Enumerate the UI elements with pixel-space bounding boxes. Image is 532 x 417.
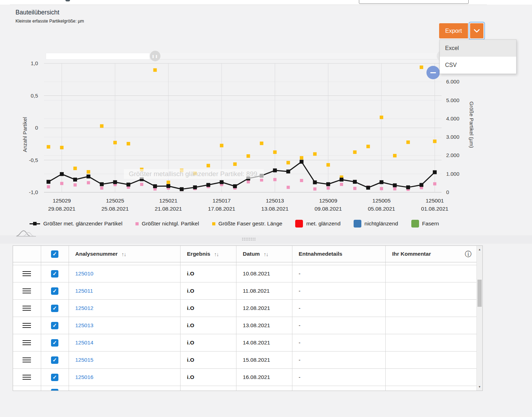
table-row: 125016i.O16.08.2021- (13, 369, 476, 386)
select-all-checkbox[interactable] (51, 250, 58, 258)
top-divider (10, 5, 487, 5)
row-menu-icon[interactable] (23, 340, 31, 346)
legend-item-nichtgl-partikel[interactable]: Größter nichtgl. Partikel (135, 220, 199, 227)
splitter-grip-icon (242, 238, 255, 241)
details-value: - (299, 340, 300, 346)
row-checkbox[interactable] (51, 389, 58, 391)
menu-item-excel[interactable]: Excel (440, 40, 516, 57)
page-title: Bauteilübersicht (15, 9, 59, 16)
tab-indicator-fragment (65, 0, 70, 1)
row-checkbox[interactable] (51, 356, 58, 364)
row-checkbox[interactable] (51, 339, 58, 347)
export-dropdown: Excel CSV (439, 39, 517, 74)
svg-text:-1,0: -1,0 (29, 189, 38, 195)
menu-item-csv[interactable]: CSV (440, 57, 516, 74)
header-ergebnis[interactable]: Ergebnis ↑↓ (180, 246, 236, 262)
export-menu-button[interactable] (470, 23, 483, 38)
toolbar-input-fragment[interactable] (359, 0, 469, 4)
details-value: - (299, 270, 300, 277)
analysis-number-link[interactable]: 125013 (75, 322, 94, 329)
legend-item-met-glaenzender-partikel[interactable]: Größter met. glänzender Partikel (30, 220, 122, 227)
select-all-cell (41, 246, 69, 262)
svg-text:5.000: 5.000 (446, 97, 460, 103)
zoom-out-button[interactable] (426, 66, 440, 79)
partial-row-bottom (13, 386, 476, 391)
row-menu-icon[interactable] (23, 323, 31, 328)
row-checkbox[interactable] (51, 374, 58, 381)
row-menu-icon[interactable] (23, 306, 31, 311)
range-slider-handle-left[interactable] (150, 51, 160, 61)
analysis-number-link[interactable]: 125015 (75, 357, 94, 363)
row-menu-icon[interactable] (23, 357, 31, 363)
svg-text:12500101.08.2021: 12500101.08.2021 (421, 198, 449, 212)
row-menu-icon[interactable] (23, 375, 31, 380)
header-analysenummer[interactable]: Analysenummer ↑↓ (69, 246, 181, 262)
analysis-number-link[interactable]: 125014 (75, 340, 94, 346)
partial-row-top (13, 262, 476, 265)
result-value: i.O (187, 322, 194, 329)
svg-text:12501313.08.2021: 12501313.08.2021 (261, 198, 289, 212)
chevron-down-icon (474, 29, 480, 32)
sort-icon[interactable]: ↑↓ (214, 251, 219, 257)
svg-text:0: 0 (446, 189, 449, 195)
chart-table-splitter[interactable] (0, 235, 532, 244)
table-row: 125011i.O11.08.2021- (13, 282, 476, 300)
row-checkbox[interactable] (51, 322, 58, 329)
analysis-number-link[interactable]: 125016 (75, 374, 94, 380)
scrollbar-up-button[interactable]: ▲ (477, 247, 482, 253)
chart-range-slider[interactable] (46, 53, 442, 60)
svg-text:2.000: 2.000 (446, 152, 460, 158)
chart: 6.0005.0004.0003.0002.0001.00001,00,50-0… (0, 56, 493, 215)
legend-item-nichtglaenzend[interactable]: nichtglänzend (354, 220, 398, 228)
legend-item-fasern[interactable]: Fasern (411, 220, 439, 228)
analysis-number-link[interactable]: 125010 (75, 270, 94, 277)
svg-text:12500909.08.2021: 12500909.08.2021 (315, 198, 342, 212)
table-header-row: Analysenummer ↑↓ Ergebnis ↑↓ Datum ↑↓ En… (13, 246, 476, 262)
row-checkbox[interactable] (51, 287, 58, 295)
histogram-icon[interactable] (15, 229, 37, 237)
analysis-number-link[interactable]: 125011 (75, 288, 93, 294)
scrollbar-thumb[interactable] (477, 280, 482, 307)
details-value: - (299, 374, 300, 380)
chart-range-selected (46, 53, 150, 60)
row-checkbox[interactable] (51, 305, 58, 312)
legend-item-faser-laenge[interactable]: Größte Faser gestr. Länge (212, 220, 283, 227)
drag-handle-icon (152, 54, 158, 58)
header-datum[interactable]: Datum ↑↓ (236, 246, 292, 262)
date-value: 16.08.2021 (243, 374, 270, 380)
svg-text:12502525.08.2021: 12502525.08.2021 (101, 198, 129, 212)
minus-icon (430, 72, 436, 73)
table-row: 125015i.O15.08.2021- (13, 351, 476, 369)
date-value: 12.08.2021 (243, 305, 270, 311)
date-value: 11.08.2021 (243, 288, 270, 294)
svg-text:1.000: 1.000 (446, 171, 460, 177)
sort-icon[interactable]: ↑↓ (121, 251, 126, 257)
details-value: - (299, 305, 300, 311)
header-ihr-kommentar: Ihr Kommentar ⓘ (386, 246, 476, 262)
analysis-number-link[interactable]: 125012 (75, 305, 94, 311)
legend-item-met-glaenzend[interactable]: met. glänzend (295, 220, 340, 228)
details-value: - (299, 322, 300, 329)
svg-text:-0,5: -0,5 (29, 157, 38, 163)
result-value: i.O (187, 340, 194, 346)
row-menu-header-cell (13, 246, 41, 262)
result-value: i.O (187, 305, 194, 311)
page-subtitle: Kleinste erfasste Partikelgröße: µm (15, 19, 84, 24)
line-marker-icon (30, 222, 40, 226)
scrollbar-down-button[interactable]: ▼ (477, 384, 482, 390)
details-value: - (299, 357, 300, 363)
table-scrollbar-track[interactable]: ▲ ▼ (476, 246, 482, 391)
svg-text:12502121.08.2021: 12502121.08.2021 (155, 198, 182, 212)
result-value: i.O (187, 288, 194, 294)
row-checkbox[interactable] (51, 270, 58, 278)
info-icon[interactable]: ⓘ (465, 251, 471, 257)
row-menu-icon[interactable] (23, 288, 31, 294)
export-button[interactable]: Export (439, 23, 468, 38)
details-value: - (299, 288, 300, 294)
row-menu-icon[interactable] (23, 271, 31, 276)
sort-icon[interactable]: ↑↓ (264, 251, 268, 257)
svg-text:3.000: 3.000 (446, 134, 460, 140)
svg-text:12500505.08.2021: 12500505.08.2021 (368, 198, 395, 212)
result-value: i.O (187, 374, 194, 380)
date-value: 14.08.2021 (243, 340, 270, 346)
